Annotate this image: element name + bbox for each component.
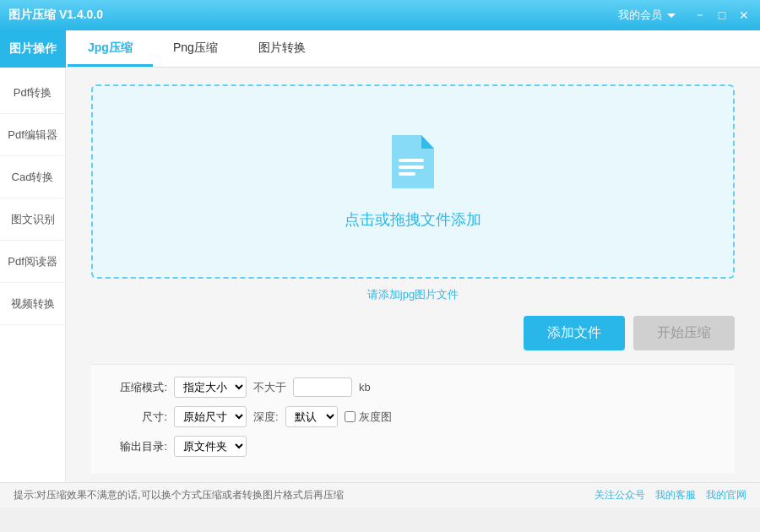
maximize-button[interactable]: □ bbox=[714, 8, 730, 23]
svg-rect-0 bbox=[399, 159, 424, 162]
main-content: 点击或拖拽文件添加 请添加jpg图片文件 添加文件 开始压缩 压缩模式: 指定大… bbox=[66, 68, 760, 482]
compress-mode-select[interactable]: 指定大小 指定质量 最大压缩 bbox=[174, 377, 247, 398]
member-button[interactable]: 我的会员 bbox=[618, 8, 676, 23]
size-input[interactable] bbox=[293, 377, 352, 397]
nav-label: 图片操作 bbox=[0, 30, 66, 68]
tab-jpg[interactable]: Jpg压缩 bbox=[68, 32, 153, 67]
sidebar-item-pdf-editor[interactable]: Pdf编辑器 bbox=[0, 114, 65, 156]
depth-select[interactable]: 默认 8位 16位 bbox=[285, 406, 338, 427]
footer: 提示:对压缩效果不满意的话,可以换个方式压缩或者转换图片格式后再压缩 关注公众号… bbox=[0, 482, 760, 508]
drop-zone[interactable]: 点击或拖拽文件添加 bbox=[91, 84, 735, 279]
compress-mode-row: 压缩模式: 指定大小 指定质量 最大压缩 不大于 kb bbox=[108, 377, 718, 398]
footer-link-public[interactable]: 关注公众号 bbox=[594, 488, 645, 502]
dimension-row: 尺寸: 原始尺寸 自定义 深度: 默认 8位 16位 灰度图 bbox=[108, 406, 718, 427]
tab-png[interactable]: Png压缩 bbox=[153, 32, 238, 67]
sidebar-item-pdf-reader[interactable]: Pdf阅读器 bbox=[0, 241, 65, 283]
hint-text: 请添加jpg图片文件 bbox=[91, 287, 735, 302]
output-label: 输出目录: bbox=[108, 439, 167, 454]
sidebar-item-cad-convert[interactable]: Cad转换 bbox=[0, 156, 65, 198]
footer-links: 关注公众号 我的客服 我的官网 bbox=[594, 488, 746, 502]
window-controls: － □ ✕ bbox=[692, 8, 752, 23]
size-label: 尺寸: bbox=[108, 410, 167, 425]
compress-mode-label: 压缩模式: bbox=[108, 380, 167, 395]
titlebar: 图片压缩 V1.4.0.0 我的会员 － □ ✕ bbox=[0, 0, 760, 30]
start-compress-button: 开始压缩 bbox=[633, 316, 735, 350]
svg-rect-1 bbox=[399, 166, 424, 169]
grayscale-checkbox[interactable] bbox=[345, 411, 356, 422]
size-prefix: 不大于 bbox=[253, 380, 286, 395]
depth-label: 深度: bbox=[253, 410, 279, 425]
footer-tip: 提示:对压缩效果不满意的话,可以换个方式压缩或者转换图片格式后再压缩 bbox=[14, 488, 344, 502]
size-select[interactable]: 原始尺寸 自定义 bbox=[174, 406, 247, 427]
output-row: 输出目录: 原文件夹 自定义 bbox=[108, 436, 718, 457]
svg-rect-2 bbox=[399, 172, 415, 176]
titlebar-right: 我的会员 － □ ✕ bbox=[618, 8, 752, 23]
file-icon bbox=[388, 133, 438, 196]
minimize-button[interactable]: － bbox=[692, 8, 708, 23]
settings-area: 压缩模式: 指定大小 指定质量 最大压缩 不大于 kb 尺寸: 原始尺寸 自定义… bbox=[91, 364, 735, 474]
chevron-down-icon bbox=[667, 14, 676, 18]
tab-bar: Jpg压缩 Png压缩 图片转换 bbox=[0, 30, 760, 68]
drop-text: 点击或拖拽文件添加 bbox=[345, 209, 481, 230]
sidebar-item-pdf-convert[interactable]: Pdf转换 bbox=[0, 72, 65, 114]
grayscale-option[interactable]: 灰度图 bbox=[345, 410, 392, 425]
body-container: Pdf转换 Pdf编辑器 Cad转换 图文识别 Pdf阅读器 视频转换 bbox=[0, 68, 760, 482]
app-title: 图片压缩 V1.4.0.0 bbox=[8, 8, 103, 23]
action-buttons: 添加文件 开始压缩 bbox=[91, 316, 735, 350]
output-select[interactable]: 原文件夹 自定义 bbox=[174, 436, 247, 457]
size-unit: kb bbox=[359, 381, 371, 394]
footer-link-official[interactable]: 我的官网 bbox=[706, 488, 746, 502]
footer-link-service[interactable]: 我的客服 bbox=[655, 488, 696, 502]
sidebar-item-ocr[interactable]: 图文识别 bbox=[0, 198, 65, 241]
close-button[interactable]: ✕ bbox=[736, 8, 752, 23]
tab-convert[interactable]: 图片转换 bbox=[238, 32, 326, 67]
sidebar: Pdf转换 Pdf编辑器 Cad转换 图文识别 Pdf阅读器 视频转换 bbox=[0, 68, 66, 482]
sidebar-item-video-convert[interactable]: 视频转换 bbox=[0, 283, 65, 325]
add-file-button[interactable]: 添加文件 bbox=[524, 316, 625, 350]
